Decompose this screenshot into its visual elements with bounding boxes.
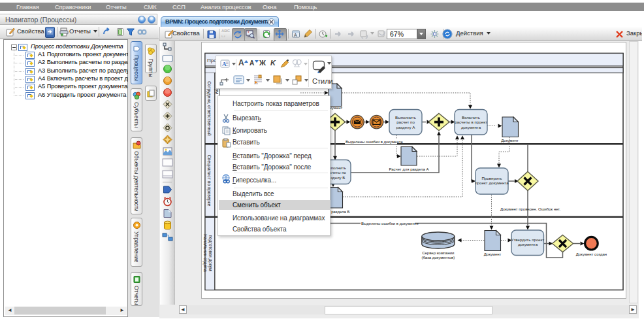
svg-text:Документ: Документ	[484, 252, 502, 256]
svg-text:Документ проверен. Ошибок нет.: Документ проверен. Ошибок нет.	[500, 207, 560, 211]
svg-text:(база документов): (база документов)	[421, 256, 455, 260]
svg-text:A: A	[222, 61, 227, 67]
svg-text:Выполнитьрасчет поразделу А: Выполнитьрасчет поразделу А	[395, 115, 416, 129]
svg-text:Расчет для раздела А: Расчет для раздела А	[389, 167, 428, 171]
svg-text:Документ: Документ	[501, 139, 519, 143]
svg-text:A: A	[294, 33, 297, 37]
svg-text:подготовки докум: подготовки докум	[208, 235, 213, 271]
svg-text:Выделены ошибки в документе: Выделены ошибки в документе	[361, 222, 419, 226]
svg-text:ум: ум	[214, 89, 219, 94]
svg-text:Выделены ошибки в документе: Выделены ошибки в документе	[346, 140, 403, 144]
svg-text:Документ создан: Документ создан	[576, 252, 607, 256]
svg-text:Специалист по проверке: Специалист по проверке	[206, 155, 212, 207]
svg-text:Сервер компании: Сервер компании	[422, 251, 454, 255]
svg-text:Сотрудник, ответственный: Сотрудник, ответственный	[206, 81, 212, 136]
svg-text:Начальник отдела: Начальник отдела	[202, 234, 208, 272]
